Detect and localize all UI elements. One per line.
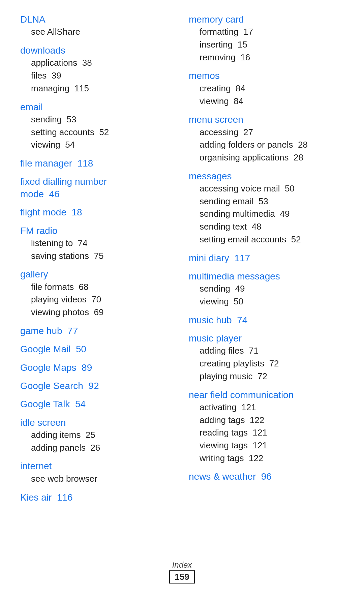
sub-entry: writing tags 122 [189,452,344,465]
sub-entry: setting accounts 52 [20,126,175,139]
entry-title: Google Maps 89 [20,362,175,374]
footer-page: 159 [169,570,194,584]
index-entry-group: Google Mail 50 [20,343,175,355]
entry-title: idle screen [20,417,175,429]
right-column: memory cardformatting 17inserting 15remo… [189,13,344,510]
index-entry-group: FM radiolistening to 74saving stations 7… [20,225,175,263]
sub-entry: removing 16 [189,51,344,64]
sub-entry: adding tags 122 [189,414,344,427]
sub-entry: creating playlists 72 [189,357,344,370]
sub-entry: sending email 53 [189,195,344,208]
entry-title: Google Mail 50 [20,343,175,355]
sub-entry: viewing 84 [189,95,344,108]
sub-entry: formatting 17 [189,26,344,38]
index-entry-group: Google Maps 89 [20,362,175,374]
entry-title: email [20,101,175,113]
sub-entry: adding panels 26 [20,442,175,454]
entry-title: downloads [20,44,175,57]
index-entry-group: music hub 74 [189,314,344,326]
sub-entry: sending text 48 [189,220,344,233]
sub-entry: playing music 72 [189,370,344,383]
index-entry-group: internetsee web browser [20,460,175,485]
index-entry-group: menu screenaccessing 27adding folders or… [189,114,344,164]
entry-title: Google Talk 54 [20,398,175,410]
entry-title: Google Search 92 [20,380,175,392]
index-entry-group: fixed dialling numbermode 46 [20,176,175,200]
entry-title: FM radio [20,225,175,237]
sub-entry: viewing 50 [189,295,344,308]
sub-entry: viewing 54 [20,139,175,151]
entry-title: flight mode 18 [20,206,175,218]
index-columns: DLNAsee AllSharedownloadsapplications 38… [20,13,344,510]
entry-title: messages [189,170,344,182]
entry-title: fixed dialling number [20,176,175,188]
index-entry-group: DLNAsee AllShare [20,13,175,38]
sub-entry: adding items 25 [20,429,175,442]
index-entry-group: music playeradding files 71creating play… [189,332,344,383]
sub-entry: viewing photos 69 [20,306,175,319]
index-entry-group: memoscreating 84viewing 84 [189,70,344,108]
footer-label: Index [0,560,364,570]
sub-entry: adding files 71 [189,345,344,357]
index-entry-group: game hub 77 [20,325,175,337]
entry-title: mini diary 117 [189,252,344,264]
index-entry-group: file manager 118 [20,157,175,170]
index-entry-group: messagesaccessing voice mail 50sending e… [189,170,344,246]
sub-entry: reading tags 121 [189,426,344,439]
sub-entry: file formats 68 [20,281,175,294]
sub-entry: sending 49 [189,282,344,295]
sub-entry: activating 121 [189,401,344,414]
sub-entry: setting email accounts 52 [189,233,344,246]
index-entry-group: mini diary 117 [189,252,344,264]
entry-title: file manager 118 [20,157,175,170]
entry-title: near field communication [189,389,344,401]
sub-entry: sending 53 [20,113,175,126]
entry-title: DLNA [20,13,175,26]
entry-title: music player [189,332,344,345]
sub-entry: sending multimedia 49 [189,208,344,220]
left-column: DLNAsee AllSharedownloadsapplications 38… [20,13,175,510]
sub-entry: inserting 15 [189,38,344,51]
sub-entry: applications 38 [20,57,175,69]
entry-title: gallery [20,268,175,280]
index-entry-group: emailsending 53setting accounts 52viewin… [20,101,175,151]
sub-entry: files 39 [20,69,175,82]
entry-title: menu screen [189,114,344,126]
index-entry-group: galleryfile formats 68playing videos 70v… [20,268,175,319]
sub-entry: creating 84 [189,82,344,95]
entry-title: Kies air 116 [20,491,175,504]
sub-entry: adding folders or panels 28 [189,139,344,151]
entry-title: memory card [189,13,344,26]
sub-entry: organising applications 28 [189,151,344,164]
sub-entry: see web browser [20,473,175,485]
entry-title: music hub 74 [189,314,344,326]
entry-title: game hub 77 [20,325,175,337]
entry-title: multimedia messages [189,270,344,282]
sub-entry: managing 115 [20,82,175,95]
entry-title: internet [20,460,175,472]
sub-entry: viewing tags 121 [189,439,344,452]
entry-title-continued: mode 46 [20,188,175,200]
index-entry-group: news & weather 96 [189,471,344,483]
index-entry-group: flight mode 18 [20,206,175,218]
index-entry-group: Kies air 116 [20,491,175,504]
footer: Index 159 [0,560,364,584]
entry-title: memos [189,70,344,82]
entry-title: news & weather 96 [189,471,344,483]
index-entry-group: idle screenadding items 25adding panels … [20,417,175,454]
sub-entry: see AllShare [20,26,175,38]
index-entry-group: near field communicationactivating 121ad… [189,389,344,465]
index-entry-group: downloadsapplications 38files 39managing… [20,44,175,95]
sub-entry: playing videos 70 [20,293,175,306]
index-entry-group: Google Search 92 [20,380,175,392]
sub-entry: listening to 74 [20,237,175,250]
index-entry-group: Google Talk 54 [20,398,175,410]
sub-entry: saving stations 75 [20,250,175,263]
index-entry-group: memory cardformatting 17inserting 15remo… [189,13,344,64]
sub-entry: accessing 27 [189,126,344,139]
sub-entry: accessing voice mail 50 [189,182,344,195]
index-entry-group: multimedia messagessending 49viewing 50 [189,270,344,308]
